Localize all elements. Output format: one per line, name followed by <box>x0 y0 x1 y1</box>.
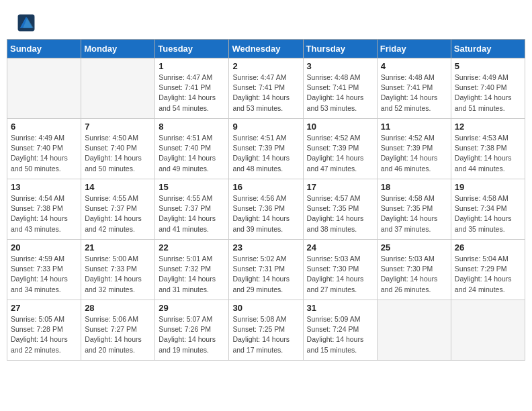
calendar-cell: 26Sunrise: 5:04 AMSunset: 7:29 PMDayligh… <box>451 240 525 300</box>
calendar-cell: 13Sunrise: 4:54 AMSunset: 7:38 PMDayligh… <box>7 179 81 240</box>
day-info: Sunrise: 4:52 AMSunset: 7:39 PMDaylight:… <box>381 133 447 174</box>
page-header <box>7 7 525 36</box>
calendar-cell: 20Sunrise: 4:59 AMSunset: 7:33 PMDayligh… <box>7 240 81 300</box>
day-number: 26 <box>455 242 521 253</box>
week-row-5: 27Sunrise: 5:05 AMSunset: 7:28 PMDayligh… <box>7 300 525 361</box>
day-number: 7 <box>85 122 151 132</box>
day-number: 21 <box>85 242 151 253</box>
day-info: Sunrise: 5:04 AMSunset: 7:29 PMDaylight:… <box>455 254 521 295</box>
day-info: Sunrise: 4:48 AMSunset: 7:41 PMDaylight:… <box>307 73 373 113</box>
calendar-cell: 3Sunrise: 4:48 AMSunset: 7:41 PMDaylight… <box>303 58 377 119</box>
calendar-cell: 17Sunrise: 4:57 AMSunset: 7:35 PMDayligh… <box>303 179 377 240</box>
day-number: 15 <box>159 182 225 192</box>
day-info: Sunrise: 5:06 AMSunset: 7:27 PMDaylight:… <box>85 314 151 355</box>
day-number: 2 <box>232 61 299 71</box>
calendar-cell: 29Sunrise: 5:07 AMSunset: 7:26 PMDayligh… <box>155 300 229 361</box>
column-header-friday: Friday <box>377 40 451 58</box>
calendar-cell: 28Sunrise: 5:06 AMSunset: 7:27 PMDayligh… <box>81 300 155 361</box>
calendar-cell: 19Sunrise: 4:58 AMSunset: 7:34 PMDayligh… <box>451 179 525 240</box>
day-info: Sunrise: 5:02 AMSunset: 7:31 PMDaylight:… <box>232 254 299 295</box>
day-info: Sunrise: 4:50 AMSunset: 7:40 PMDaylight:… <box>85 133 151 174</box>
calendar-cell: 22Sunrise: 5:01 AMSunset: 7:32 PMDayligh… <box>155 240 229 300</box>
day-info: Sunrise: 4:54 AMSunset: 7:38 PMDaylight:… <box>11 193 77 234</box>
day-info: Sunrise: 4:55 AMSunset: 7:37 PMDaylight:… <box>85 193 151 234</box>
column-header-saturday: Saturday <box>451 40 525 58</box>
day-info: Sunrise: 4:53 AMSunset: 7:38 PMDaylight:… <box>455 133 521 174</box>
day-number: 17 <box>307 182 373 192</box>
day-info: Sunrise: 5:07 AMSunset: 7:26 PMDaylight:… <box>159 314 225 355</box>
day-number: 28 <box>85 303 151 313</box>
calendar-cell <box>451 300 525 361</box>
calendar-header-row: SundayMondayTuesdayWednesdayThursdayFrid… <box>7 40 525 58</box>
day-info: Sunrise: 4:56 AMSunset: 7:36 PMDaylight:… <box>232 193 299 234</box>
day-number: 13 <box>11 182 77 192</box>
calendar-cell: 5Sunrise: 4:49 AMSunset: 7:40 PMDaylight… <box>451 58 525 119</box>
calendar-cell: 31Sunrise: 5:09 AMSunset: 7:24 PMDayligh… <box>303 300 377 361</box>
calendar-cell: 10Sunrise: 4:52 AMSunset: 7:39 PMDayligh… <box>303 119 377 179</box>
calendar-cell: 30Sunrise: 5:08 AMSunset: 7:25 PMDayligh… <box>229 300 303 361</box>
day-info: Sunrise: 5:09 AMSunset: 7:24 PMDaylight:… <box>307 314 373 355</box>
logo <box>17 13 38 32</box>
day-info: Sunrise: 4:58 AMSunset: 7:35 PMDaylight:… <box>381 193 447 234</box>
day-info: Sunrise: 5:03 AMSunset: 7:30 PMDaylight:… <box>307 254 373 295</box>
column-header-tuesday: Tuesday <box>155 40 229 58</box>
day-info: Sunrise: 5:08 AMSunset: 7:25 PMDaylight:… <box>232 314 299 355</box>
calendar-cell: 21Sunrise: 5:00 AMSunset: 7:33 PMDayligh… <box>81 240 155 300</box>
day-number: 31 <box>307 303 373 313</box>
calendar-cell: 4Sunrise: 4:48 AMSunset: 7:41 PMDaylight… <box>377 58 451 119</box>
day-info: Sunrise: 5:00 AMSunset: 7:33 PMDaylight:… <box>85 254 151 295</box>
day-number: 1 <box>159 61 225 71</box>
day-number: 18 <box>381 182 447 192</box>
column-header-thursday: Thursday <box>303 40 377 58</box>
day-info: Sunrise: 5:01 AMSunset: 7:32 PMDaylight:… <box>159 254 225 295</box>
day-info: Sunrise: 4:59 AMSunset: 7:33 PMDaylight:… <box>11 254 77 295</box>
column-header-monday: Monday <box>81 40 155 58</box>
day-number: 14 <box>85 182 151 192</box>
week-row-3: 13Sunrise: 4:54 AMSunset: 7:38 PMDayligh… <box>7 179 525 240</box>
day-info: Sunrise: 4:58 AMSunset: 7:34 PMDaylight:… <box>455 193 521 234</box>
calendar-cell <box>377 300 451 361</box>
day-info: Sunrise: 4:49 AMSunset: 7:40 PMDaylight:… <box>11 133 77 174</box>
calendar-cell: 6Sunrise: 4:49 AMSunset: 7:40 PMDaylight… <box>7 119 81 179</box>
calendar-cell: 2Sunrise: 4:47 AMSunset: 7:41 PMDaylight… <box>229 58 303 119</box>
day-info: Sunrise: 5:05 AMSunset: 7:28 PMDaylight:… <box>11 314 77 355</box>
day-number: 22 <box>159 242 225 253</box>
day-info: Sunrise: 4:49 AMSunset: 7:40 PMDaylight:… <box>455 73 521 113</box>
day-number: 16 <box>232 182 299 192</box>
day-number: 27 <box>11 303 77 313</box>
day-number: 23 <box>232 242 299 253</box>
day-number: 5 <box>455 61 521 71</box>
day-info: Sunrise: 4:51 AMSunset: 7:40 PMDaylight:… <box>159 133 225 174</box>
calendar-cell: 9Sunrise: 4:51 AMSunset: 7:39 PMDaylight… <box>229 119 303 179</box>
day-info: Sunrise: 4:52 AMSunset: 7:39 PMDaylight:… <box>307 133 373 174</box>
calendar-cell: 8Sunrise: 4:51 AMSunset: 7:40 PMDaylight… <box>155 119 229 179</box>
column-header-wednesday: Wednesday <box>229 40 303 58</box>
calendar-cell: 24Sunrise: 5:03 AMSunset: 7:30 PMDayligh… <box>303 240 377 300</box>
day-number: 30 <box>232 303 299 313</box>
week-row-2: 6Sunrise: 4:49 AMSunset: 7:40 PMDaylight… <box>7 119 525 179</box>
calendar-cell: 7Sunrise: 4:50 AMSunset: 7:40 PMDaylight… <box>81 119 155 179</box>
week-row-1: 1Sunrise: 4:47 AMSunset: 7:41 PMDaylight… <box>7 58 525 119</box>
calendar-cell: 23Sunrise: 5:02 AMSunset: 7:31 PMDayligh… <box>229 240 303 300</box>
day-number: 19 <box>455 182 521 192</box>
column-header-sunday: Sunday <box>7 40 81 58</box>
calendar-cell: 25Sunrise: 5:03 AMSunset: 7:30 PMDayligh… <box>377 240 451 300</box>
day-info: Sunrise: 5:03 AMSunset: 7:30 PMDaylight:… <box>381 254 447 295</box>
day-number: 25 <box>381 242 447 253</box>
day-number: 10 <box>307 122 373 132</box>
calendar-cell: 14Sunrise: 4:55 AMSunset: 7:37 PMDayligh… <box>81 179 155 240</box>
calendar-cell: 11Sunrise: 4:52 AMSunset: 7:39 PMDayligh… <box>377 119 451 179</box>
calendar-cell <box>7 58 81 119</box>
day-number: 20 <box>11 242 77 253</box>
calendar-cell: 1Sunrise: 4:47 AMSunset: 7:41 PMDaylight… <box>155 58 229 119</box>
day-info: Sunrise: 4:51 AMSunset: 7:39 PMDaylight:… <box>232 133 299 174</box>
day-info: Sunrise: 4:55 AMSunset: 7:37 PMDaylight:… <box>159 193 225 234</box>
calendar-table: SundayMondayTuesdayWednesdayThursdayFrid… <box>7 39 525 361</box>
day-number: 24 <box>307 242 373 253</box>
day-number: 4 <box>381 61 447 71</box>
day-number: 8 <box>159 122 225 132</box>
day-number: 29 <box>159 303 225 313</box>
day-info: Sunrise: 4:57 AMSunset: 7:35 PMDaylight:… <box>307 193 373 234</box>
calendar-cell: 12Sunrise: 4:53 AMSunset: 7:38 PMDayligh… <box>451 119 525 179</box>
day-number: 9 <box>232 122 299 132</box>
